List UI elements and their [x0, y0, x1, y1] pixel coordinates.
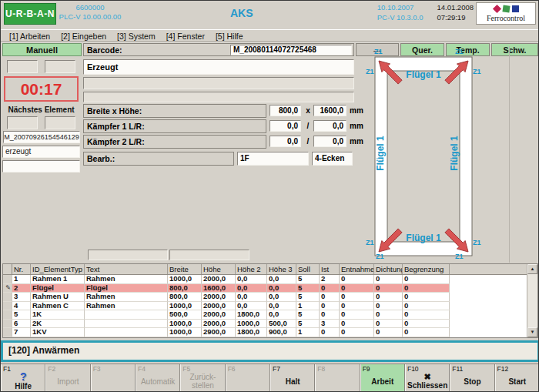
- blue-square-icon: [512, 5, 519, 12]
- cell: 5: [296, 337, 320, 339]
- barcode-value[interactable]: M_20080114072725468: [230, 45, 352, 55]
- mode-button[interactable]: Manuell: [2, 43, 82, 56]
- table-row-5[interactable]: 51K500,02000,01800,00,050000: [3, 310, 537, 320]
- function-key-f4[interactable]: F4Automatik: [136, 364, 180, 392]
- row-selector-edit-icon: ✎: [3, 284, 12, 293]
- function-key-f1[interactable]: F1?Hilfe: [1, 364, 45, 392]
- status-bar: [120] Anwärmen: [1, 340, 539, 362]
- cell: 0: [374, 310, 403, 320]
- table-row-6[interactable]: 62K1000,02000,01000,0500,053000: [3, 320, 537, 329]
- cell: 5: [12, 310, 31, 320]
- bearbeitung-type[interactable]: 1F: [237, 152, 309, 166]
- cell: [85, 337, 168, 339]
- cell: 2900,0: [202, 328, 236, 337]
- menu-item-1[interactable]: [1] Arbeiten: [4, 32, 55, 41]
- fkey-number: F7: [273, 365, 280, 373]
- close-icon: ✖: [424, 373, 431, 381]
- cell: 8: [12, 337, 31, 339]
- column-header: Höhe 2: [236, 264, 267, 274]
- cell: 0: [340, 293, 374, 302]
- function-key-f7[interactable]: F7Halt: [270, 364, 315, 392]
- sash-label-top: Flügel 1: [368, 69, 479, 80]
- column-header: Höhe: [202, 264, 236, 274]
- function-key-f2[interactable]: F2Import: [45, 364, 90, 392]
- cell: 800,0: [168, 337, 202, 339]
- scroll-down-icon[interactable]: ▼: [527, 327, 537, 337]
- cell: 0: [340, 328, 374, 337]
- ferrocontrol-logo: Ferrocontrol: [476, 2, 536, 25]
- cell: 0: [403, 328, 450, 337]
- cell: 2000,0: [202, 302, 236, 311]
- row-selector: [3, 337, 12, 339]
- function-key-f6: F6: [226, 364, 270, 392]
- field-unit: mm: [350, 136, 363, 147]
- cell: 0: [320, 293, 340, 302]
- cell: 4: [12, 302, 31, 311]
- detail-row-1: Breite x Höhe:800,0x1600,0mm: [83, 104, 368, 118]
- field-value-2[interactable]: 0,0: [313, 120, 346, 132]
- function-key-f5[interactable]: F5Zurück- stellen: [180, 364, 225, 392]
- menu-item-2[interactable]: [2] Eingeben: [55, 32, 112, 41]
- function-key-f12[interactable]: F12Start: [495, 364, 539, 392]
- cell: 500,0: [168, 310, 202, 320]
- table-row-1[interactable]: 1Rahmen 1Rahmen1000,02000,00,00,052000: [3, 275, 537, 284]
- cell: [85, 320, 168, 329]
- cell: 3: [320, 320, 340, 329]
- table-row-7[interactable]: 71KV1000,02900,01800,0900,010000: [3, 328, 537, 337]
- field-value-2[interactable]: 0,0: [313, 136, 346, 147]
- cell: 0: [340, 275, 374, 284]
- table-scrollbar[interactable]: ▲ ▼: [527, 264, 537, 337]
- cell: 0: [403, 293, 450, 302]
- cell: 0: [403, 310, 450, 320]
- cell: 2000,0: [202, 310, 236, 320]
- menu-item-3[interactable]: [3] System: [112, 32, 161, 41]
- zone-label-top-right: Z1: [455, 48, 464, 55]
- row-selector: [3, 275, 12, 284]
- table-row-8[interactable]: 82KV800,02200,0800,0400,051000: [3, 337, 537, 339]
- field-value-1[interactable]: 800,0: [270, 105, 301, 116]
- cell: 5: [296, 293, 320, 302]
- function-key-f9[interactable]: F9Arbeit: [360, 364, 405, 392]
- cell: 1: [12, 275, 31, 284]
- function-key-f11[interactable]: F11Stop: [450, 364, 494, 392]
- cell: 2: [320, 275, 340, 284]
- cell: 0,0: [267, 302, 296, 311]
- fkey-label: Import: [57, 377, 79, 386]
- fkey-label: Arbeit: [371, 377, 393, 386]
- aks-application-window: U-R-B-A-N 6600000 PLC-V 10.00.00.00 AKS …: [0, 0, 539, 392]
- fkey-number: F6: [228, 365, 236, 373]
- field-separator: x: [303, 105, 313, 116]
- column-header: Text: [85, 264, 168, 274]
- table-row-4[interactable]: 4Rahmen CRahmen1000,02000,00,00,010000: [3, 302, 537, 311]
- bearbeitung-row: Bearb.: 1F 4-Ecken: [83, 152, 368, 166]
- fkey-label: Zurück- stellen: [190, 373, 216, 390]
- sash-label-bottom: Flügel 1: [368, 233, 479, 243]
- function-key-f10[interactable]: F10✖Schliessen: [405, 364, 450, 392]
- vendor-name: Ferrocontrol: [477, 13, 535, 23]
- bearbeitung-mode[interactable]: 4-Ecken: [312, 152, 353, 166]
- table-row-3[interactable]: 3Rahmen URahmen800,02000,00,00,050000: [3, 293, 537, 302]
- field-value-1[interactable]: 0,0: [270, 136, 301, 147]
- cell: 0: [374, 337, 403, 339]
- table-row-2[interactable]: ✎2FlügelFlügel800,01600,00,00,050000: [3, 284, 537, 293]
- field-label: Breite x Höhe:: [83, 104, 266, 118]
- scroll-up-icon[interactable]: ▲: [527, 264, 537, 274]
- fkey-label: Automatik: [141, 377, 175, 386]
- next-element-id[interactable]: M_20070926154546129: [3, 131, 80, 143]
- cell: 7: [12, 328, 31, 337]
- fkey-number: F8: [317, 365, 325, 373]
- panel-divider: [509, 46, 510, 263]
- cell: Rahmen C: [31, 302, 85, 311]
- info-row-1: [83, 77, 354, 89]
- workspace: Manuell Barcode: M_20080114072725468 ---…: [1, 42, 538, 263]
- field-separator: /: [303, 136, 313, 147]
- cell: 1600,0: [202, 284, 236, 293]
- cell: 1000,0: [236, 320, 267, 329]
- menu-item-5[interactable]: [5] Hilfe: [210, 32, 249, 41]
- field-value-2[interactable]: 1600,0: [313, 105, 346, 116]
- fkey-label: Schliessen: [407, 381, 447, 390]
- info-row-2: [83, 92, 354, 102]
- field-value-1[interactable]: 0,0: [270, 120, 301, 132]
- menu-item-4[interactable]: [4] Fenster: [161, 32, 210, 41]
- order-date: 10.10.2007: [377, 3, 424, 12]
